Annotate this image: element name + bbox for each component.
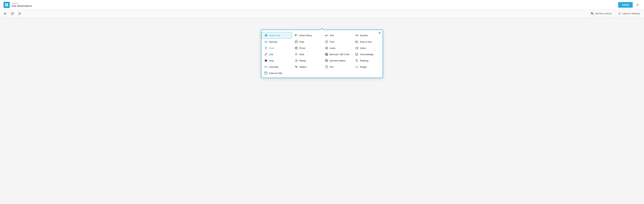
type-audio[interactable]: Audio <box>322 45 352 51</box>
rating-icon <box>294 59 298 62</box>
settings-icon <box>618 12 621 15</box>
type-datetime[interactable]: Date & time <box>352 39 383 45</box>
svg-rect-56 <box>325 59 328 62</box>
flow-icon-button[interactable] <box>18 11 22 16</box>
add-from-library-button[interactable]: Add from Library <box>589 11 613 16</box>
svg-rect-2 <box>5 5 6 6</box>
app-logo <box>4 2 10 8</box>
svg-rect-33 <box>356 47 357 49</box>
line-icon <box>264 53 268 56</box>
project-info: project tree observations <box>12 2 32 7</box>
type-datetime-label: Date & time <box>360 40 372 43</box>
duplicate-icon-button[interactable] <box>10 11 15 16</box>
svg-rect-20 <box>295 35 296 36</box>
type-decimal[interactable]: 1.0 Decimal <box>261 39 292 45</box>
dialog-close-button[interactable]: ✕ <box>378 31 381 34</box>
type-number[interactable]: 123 Number <box>352 32 383 39</box>
type-text-label: Text <box>330 34 334 37</box>
type-question-matrix[interactable]: Question Matrix <box>322 57 352 64</box>
svg-rect-3 <box>7 5 8 6</box>
svg-point-16 <box>619 13 620 14</box>
type-line-label: Line <box>269 53 274 56</box>
svg-point-31 <box>296 48 297 48</box>
eye-icon <box>4 12 6 15</box>
file-icon <box>325 65 328 68</box>
type-note-label: Note <box>299 53 304 56</box>
project-name: tree observations <box>12 4 32 7</box>
type-acknowledge-label: Acknowledge <box>360 53 374 56</box>
type-ranking[interactable]: Ranking <box>352 57 383 64</box>
svg-marker-32 <box>325 47 327 49</box>
type-area[interactable]: Area <box>261 57 292 64</box>
type-text[interactable]: abc Text <box>322 32 352 39</box>
close-button[interactable]: ✕ <box>635 2 640 8</box>
svg-rect-13 <box>592 13 593 14</box>
type-line[interactable]: Line <box>261 51 292 57</box>
type-hidden-label: Hidden <box>299 66 306 68</box>
save-button[interactable]: SAVE <box>618 2 633 8</box>
type-barcode-label: Barcode / QR Code <box>330 53 349 56</box>
type-date[interactable]: Date <box>292 39 322 45</box>
type-select-many[interactable]: Select Many <box>292 32 322 39</box>
type-picker-dialog: ✕ Select One <box>261 30 383 78</box>
duplicate-icon <box>11 12 14 15</box>
type-hidden[interactable]: Hidden <box>292 64 322 70</box>
type-time-label: Time <box>330 40 334 43</box>
layout-settings-label: Layout & Settings <box>622 12 640 15</box>
audio-icon <box>325 47 328 49</box>
type-question-matrix-label: Question Matrix <box>330 59 346 62</box>
type-external-xml[interactable]: External XML <box>261 70 292 76</box>
type-calculate-label: Calculate <box>269 66 278 68</box>
svg-rect-50 <box>356 53 358 55</box>
toolbar: Add from Library Layout & Settings <box>0 10 644 17</box>
type-time[interactable]: Time <box>322 39 352 45</box>
svg-point-7 <box>18 12 19 13</box>
svg-rect-49 <box>328 55 328 55</box>
xml-icon <box>264 72 268 74</box>
type-file[interactable]: File <box>322 64 352 70</box>
type-area-label: Area <box>269 59 274 62</box>
type-barcode[interactable]: Barcode / QR Code <box>322 51 352 57</box>
svg-rect-46 <box>327 55 327 55</box>
ranking-icon <box>355 59 358 62</box>
note-icon <box>294 53 298 56</box>
svg-rect-6 <box>11 13 13 15</box>
header-left: project tree observations <box>4 2 32 8</box>
type-number-label: Number <box>360 34 368 37</box>
svg-rect-44 <box>327 53 328 54</box>
type-video[interactable]: Video <box>352 45 383 51</box>
add-from-library-label: Add from Library <box>595 12 612 15</box>
flow-icon <box>18 12 21 15</box>
type-select-many-label: Select Many <box>299 34 312 37</box>
decimal-icon: 1.0 <box>264 41 268 43</box>
type-select-one[interactable]: Select One <box>261 32 292 39</box>
radio-icon <box>264 34 268 37</box>
number-icon: 123 <box>355 34 358 36</box>
type-photo[interactable]: Photo <box>292 45 322 51</box>
type-calculate[interactable]: 1+1 Calculate <box>261 64 292 70</box>
type-acknowledge[interactable]: Acknowledge <box>352 51 383 57</box>
svg-point-18 <box>265 35 267 36</box>
svg-rect-51 <box>265 59 267 62</box>
date-icon <box>294 40 298 43</box>
svg-rect-12 <box>592 12 593 13</box>
barcode-icon <box>325 53 328 56</box>
app-header: project tree observations SAVE ✕ <box>0 0 644 10</box>
preview-icon-button[interactable] <box>3 11 7 16</box>
type-date-label: Date <box>299 40 304 43</box>
dialog-overlay: ✕ Select One <box>4 24 640 78</box>
point-icon <box>264 47 268 49</box>
type-note[interactable]: Note <box>292 51 322 57</box>
svg-point-8 <box>20 13 21 14</box>
type-range[interactable]: 1..1 Range <box>352 64 383 70</box>
svg-rect-10 <box>591 12 592 13</box>
type-rating[interactable]: Rating <box>292 57 322 64</box>
type-point[interactable]: Point <box>261 45 292 51</box>
layout-settings-button[interactable]: Layout & Settings <box>616 11 641 16</box>
type-audio-label: Audio <box>330 47 336 49</box>
dialog-arrow-inner <box>320 28 324 30</box>
type-decimal-label: Decimal <box>269 40 277 43</box>
library-icon <box>591 12 594 15</box>
svg-line-64 <box>295 66 297 68</box>
type-file-label: File <box>330 66 333 68</box>
